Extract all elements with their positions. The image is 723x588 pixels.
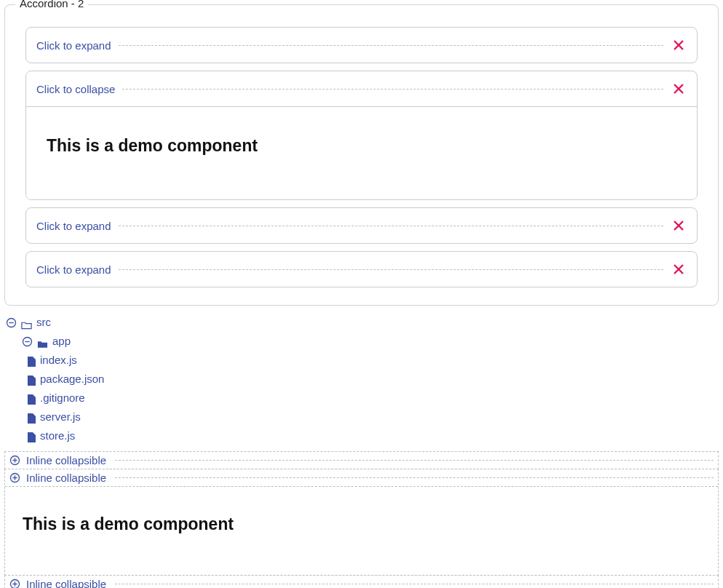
divider-dashed — [115, 460, 714, 461]
tree-label: store.js — [40, 428, 75, 444]
tree-label: app — [52, 333, 71, 349]
demo-heading: This is a demo component — [47, 136, 676, 156]
file-icon — [28, 355, 36, 365]
close-icon[interactable] — [671, 261, 687, 277]
close-icon[interactable] — [671, 218, 687, 234]
inline-label: Inline collapsible — [26, 454, 109, 466]
tree-file-row[interactable]: package.json — [6, 370, 719, 389]
tree-label: index.js — [40, 352, 77, 368]
divider-dashed — [115, 584, 714, 584]
accordion-header[interactable]: Click to collapse — [26, 71, 697, 106]
accordion-label: Click to expand — [36, 263, 119, 276]
accordion-group: Accordion - 2 Click to expand Click to c… — [4, 4, 719, 306]
divider-dashed — [115, 477, 714, 478]
divider-dashed — [119, 269, 663, 270]
tree-folder-row[interactable]: app — [6, 332, 719, 351]
expand-icon[interactable] — [9, 455, 20, 466]
inline-header[interactable]: Inline collapsible — [5, 576, 718, 588]
folder-open-icon — [21, 318, 32, 327]
tree-file-row[interactable]: index.js — [6, 351, 719, 370]
accordion-label: Click to expand — [36, 220, 119, 232]
accordion-item: Click to expand — [25, 27, 698, 63]
collapse-icon[interactable] — [22, 336, 33, 347]
inline-collapsible: Inline collapsible — [4, 451, 719, 469]
tree-file-row[interactable]: .gitignore — [6, 389, 719, 408]
inline-collapsible: Inline collapsible — [4, 575, 719, 588]
tree-file-row[interactable]: server.js — [6, 408, 719, 426]
accordion-header[interactable]: Click to expand — [26, 252, 697, 287]
accordion-body: This is a demo component — [26, 106, 697, 199]
divider-dashed — [119, 45, 663, 46]
accordion-item: Click to collapse This is a demo compone… — [25, 71, 698, 200]
collapse-icon[interactable] — [6, 317, 17, 328]
accordion-label: Click to expand — [36, 39, 119, 52]
demo-heading: This is a demo component — [23, 514, 700, 534]
tree-file-row[interactable]: store.js — [6, 426, 719, 445]
divider-dashed — [122, 89, 663, 90]
close-icon[interactable] — [671, 37, 687, 53]
tree-label: .gitignore — [40, 390, 85, 406]
accordion-item: Click to expand — [25, 251, 698, 287]
close-icon[interactable] — [671, 81, 687, 97]
file-icon — [28, 374, 36, 384]
tree-label: package.json — [40, 371, 104, 387]
file-tree: src app index.js package.json .gitignore… — [4, 311, 719, 450]
inline-label: Inline collapsible — [26, 472, 109, 484]
file-icon — [28, 393, 36, 403]
accordion-label: Click to collapse — [36, 83, 122, 95]
folder-icon — [37, 337, 48, 346]
accordion-header[interactable]: Click to expand — [26, 28, 697, 63]
tree-label: server.js — [40, 409, 81, 425]
inline-body: This is a demo component — [5, 486, 718, 575]
inline-label: Inline collapsible — [26, 578, 109, 588]
accordion-item: Click to expand — [25, 207, 698, 244]
accordion-header[interactable]: Click to expand — [26, 208, 697, 243]
inline-collapsible: Inline collapsible This is a demo compon… — [4, 469, 719, 576]
expand-icon[interactable] — [9, 579, 20, 588]
inline-header[interactable]: Inline collapsible — [5, 469, 718, 486]
tree-label: src — [36, 314, 51, 330]
divider-dashed — [119, 226, 663, 226]
group-title: Accordion - 2 — [15, 0, 88, 9]
file-icon — [28, 412, 36, 422]
inline-header[interactable]: Inline collapsible — [5, 452, 718, 469]
expand-icon[interactable] — [9, 472, 20, 483]
tree-folder-row[interactable]: src — [6, 313, 719, 332]
file-icon — [28, 431, 36, 441]
